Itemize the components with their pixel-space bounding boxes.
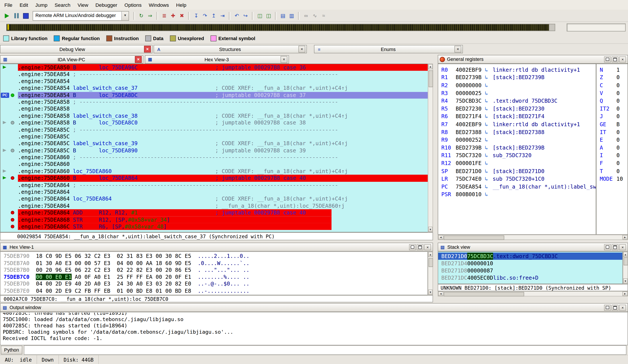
- pause-process-button[interactable]: [12, 11, 21, 20]
- register-row[interactable]: LR75DC74E0↳sub_75DC7320+1C0: [438, 175, 596, 183]
- stop-process-button[interactable]: [21, 11, 30, 20]
- flag-row[interactable]: GEB: [597, 120, 628, 128]
- flag-row[interactable]: E0: [597, 136, 628, 144]
- close-icon[interactable]: ×: [455, 46, 461, 53]
- continue-process-button[interactable]: ↻: [137, 11, 146, 20]
- instruction-tracing-button[interactable]: ∞: [302, 11, 310, 20]
- register-row[interactable]: R12000001FE↳: [438, 159, 596, 167]
- flag-row[interactable]: IT0: [597, 128, 628, 136]
- tab-hex-view-3[interactable]: ▦ Hex View-3 ×: [145, 55, 289, 64]
- close-icon[interactable]: ×: [299, 46, 305, 53]
- flag-row[interactable]: IT20: [597, 105, 628, 113]
- disasm-line[interactable]: .engine:75DEA85C: [0, 133, 428, 140]
- flag-row[interactable]: MODE10: [597, 175, 628, 183]
- flag-row[interactable]: T0: [597, 167, 628, 175]
- disasm-line[interactable]: .engine:75DEA858 B loc_75DEA8C0 ; jumpta…: [0, 120, 428, 126]
- jump-back-button[interactable]: ↶: [233, 11, 241, 20]
- disasm-line[interactable]: .engine:75DEA85C label_switch_case_39 ; …: [0, 140, 428, 147]
- close-button[interactable]: ×: [424, 244, 431, 250]
- maximize-button[interactable]: [417, 244, 424, 250]
- flag-row[interactable]: F0: [597, 159, 628, 167]
- menu-file[interactable]: File: [1, 0, 16, 10]
- scroll-thumb[interactable]: [429, 258, 433, 267]
- hex-row[interactable]: 75DEB7C0 00 00 E0 E1 A0 0F A0 E1 25 FF F…: [3, 274, 427, 281]
- menu-help[interactable]: Help: [173, 0, 190, 10]
- open-threads-window-button[interactable]: ▤: [279, 11, 287, 20]
- stack-vscrollbar[interactable]: ▲ ▼: [623, 251, 628, 284]
- hex-dump[interactable]: 75DEB790 18 C0 9D E5 06 32 C2 E3 02 31 8…: [0, 251, 428, 295]
- menu-view[interactable]: View: [74, 0, 92, 10]
- disasm-line[interactable]: .engine:75DEA858: [0, 106, 428, 113]
- scroll-up-icon[interactable]: ▲: [428, 252, 432, 257]
- disasm-line[interactable]: .engine:75DEA860 loc_75DEA860 ; CODE XRE…: [0, 168, 428, 175]
- register-row[interactable]: R900000252↳: [438, 136, 596, 144]
- float-button[interactable]: [604, 56, 611, 62]
- disassembly-view[interactable]: .engine:75DEA850 B loc_75DEA96C ; jumpta…: [0, 64, 428, 232]
- disasm-line[interactable]: .engine:75DEA868 STR R12, [SP,#0x58+var_…: [0, 216, 428, 223]
- disasm-line[interactable]: PC.engine:75DEA854 B loc_75DEA8DC ; jump…: [0, 92, 428, 99]
- hex-row[interactable]: 75DEB790 18 C0 9D E5 06 32 C2 E3 02 31 8…: [3, 253, 427, 260]
- navigation-band[interactable]: [6, 24, 549, 31]
- float-button[interactable]: [604, 244, 611, 250]
- stack-list[interactable]: BED271D0 75DCBD3C .text:dword_75DCBD3CBE…: [438, 251, 623, 284]
- registers-list[interactable]: R04002EBF9↳linker:rtld_db_dlactivity+1R1…: [438, 64, 596, 235]
- python-button[interactable]: Python: [1, 346, 22, 354]
- flag-row[interactable]: V0: [597, 89, 628, 97]
- flag-row[interactable]: J0: [597, 113, 628, 120]
- register-row[interactable]: PC75DEA854↳__fun_a_18(char *,uint):label…: [438, 183, 596, 190]
- menu-debugger[interactable]: Debugger: [92, 0, 121, 10]
- flags-panel[interactable]: N1Z0C0V0Q0IT20J0GEBIT0E0A0I0F0T0MODE10: [596, 64, 628, 235]
- run-until-return-button[interactable]: ↥: [209, 11, 218, 20]
- register-row[interactable]: R10BED2739B↳[stack]:BED2739B: [438, 144, 596, 151]
- scroll-left-icon[interactable]: ◄: [438, 292, 443, 296]
- scroll-down-icon[interactable]: ▼: [428, 227, 432, 232]
- menu-windows[interactable]: Windows: [145, 0, 172, 10]
- stack-hscrollbar[interactable]: ◄ ►: [438, 291, 628, 297]
- step-into-button[interactable]: ↧: [192, 11, 201, 20]
- tab-enums[interactable]: ≡ Enums ×: [314, 45, 463, 53]
- close-button[interactable]: ×: [619, 56, 626, 62]
- scroll-thumb[interactable]: [429, 70, 433, 87]
- scroll-thumb[interactable]: [444, 292, 524, 297]
- hex-row[interactable]: 75DEB7E0 04 00 2D E9 C2 FB FF EB 01 00 B…: [3, 288, 427, 295]
- chevron-down-icon[interactable]: ▼: [121, 11, 129, 20]
- disasm-line[interactable]: .engine:75DEA864 ; ---------------------…: [0, 182, 428, 188]
- jump-forward-button[interactable]: ↪: [241, 11, 250, 20]
- float-button[interactable]: [604, 304, 611, 310]
- disasm-line[interactable]: .engine:75DEA854 label_switch_case_37 ; …: [0, 85, 428, 92]
- flag-row[interactable]: I0: [597, 151, 628, 159]
- disasm-line[interactable]: .engine:75DEA860 ; ---------------------…: [0, 154, 428, 161]
- disasm-line[interactable]: .engine:75DEA858 ; ---------------------…: [0, 99, 428, 106]
- stack-row[interactable]: BED271D8 00000087: [438, 267, 622, 274]
- disasm-line[interactable]: .engine:75DEA864 ADD R12, R12, #1 ; jump…: [0, 209, 428, 216]
- register-row[interactable]: PSR800B0010↳: [438, 190, 596, 198]
- register-row[interactable]: R300000025↳: [438, 89, 596, 97]
- maximize-button[interactable]: [612, 56, 618, 62]
- close-button[interactable]: ×: [619, 244, 626, 250]
- flag-row[interactable]: C0: [597, 81, 628, 89]
- disasm-line[interactable]: .engine:75DEA864: [0, 188, 428, 195]
- register-row[interactable]: R1175DC7320↳sub_75DC7320: [438, 151, 596, 159]
- debugger-selector[interactable]: Remote ARM Linux/Android debugger ▼: [33, 11, 129, 20]
- open-debugger-window-button[interactable]: ◫: [255, 11, 264, 20]
- stack-title-bar[interactable]: ▤ Stack view ×: [438, 243, 628, 251]
- close-icon[interactable]: ×: [281, 56, 287, 63]
- disasm-line[interactable]: .engine:75DEA858 label_switch_case_38 ; …: [0, 113, 428, 120]
- register-row[interactable]: R1BED2739B↳[stack]:BED2739B: [438, 73, 596, 81]
- menu-options[interactable]: Options: [121, 0, 145, 10]
- registers-title-bar[interactable]: General registers ×: [438, 55, 628, 64]
- menu-edit[interactable]: Edit: [16, 0, 32, 10]
- function-tracing-button[interactable]: ∿: [311, 11, 319, 20]
- scroll-up-icon[interactable]: ▲: [428, 64, 432, 69]
- registers-hscrollbar[interactable]: ◄ ►: [438, 235, 628, 240]
- scroll-right-icon[interactable]: ►: [622, 292, 628, 296]
- disasm-line[interactable]: .engine:75DEA864 loc_75DEA864 ; CODE XRE…: [0, 195, 428, 202]
- menu-search[interactable]: Search: [51, 0, 74, 10]
- step-over-button[interactable]: ↷: [201, 11, 209, 20]
- stack-row[interactable]: BED271D0 75DCBD3C .text:dword_75DCBD3C: [438, 253, 622, 260]
- breakpoint-list-button[interactable]: ≣: [160, 11, 169, 20]
- disasm-line[interactable]: .engine:75DEA864 ; __fun_a_18(char *,uin…: [0, 202, 428, 209]
- block-tracing-button[interactable]: ≈: [319, 11, 328, 20]
- close-icon[interactable]: ×: [135, 56, 142, 63]
- disasm-vscrollbar[interactable]: ▲ ▼: [428, 64, 433, 232]
